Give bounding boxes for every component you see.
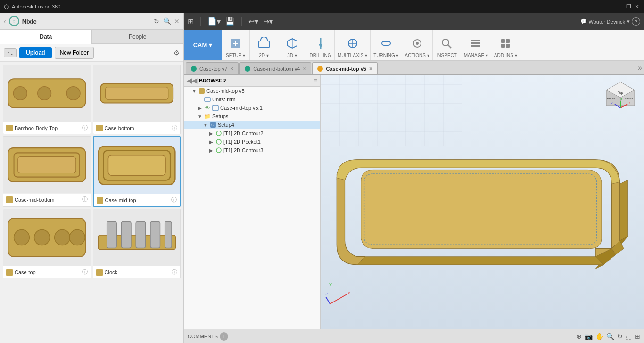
turning-button[interactable] [378,36,395,51]
tab-close-case-top-v7[interactable]: × [230,65,233,72]
new-folder-button[interactable]: New Folder [55,47,94,59]
browser-menu-icon[interactable]: ≡ [314,77,317,84]
actions-button[interactable] [409,36,426,51]
info-button[interactable]: ⓘ [82,196,88,204]
tree-item-component[interactable]: ▶ 👁 Case-mid-top v5:1 [184,104,320,112]
lp-actions: ↻ 🔍 [154,17,171,25]
sort-button[interactable]: ↑ ↓ [4,48,17,57]
left-panel-header: ‹ ○ Nixie ↻ 🔍 ✕ [0,13,183,30]
lp-tabs: Data People [0,30,183,44]
tab-case-mid-top-v5[interactable]: Case-mid-top v5 × [312,62,378,74]
svg-marker-28 [319,44,322,49]
svg-rect-24 [259,41,269,48]
info-button[interactable]: ⓘ [172,268,177,276]
svg-rect-36 [471,42,480,44]
workspace: ◀◀ BROWSER ≡ ▼ Case-mid-top v5 [184,75,644,329]
navigate-icon[interactable]: ⊕ [576,333,582,340]
tree-item-units[interactable]: Units: mm [184,95,320,104]
title-bar-controls: — ❐ ✕ [617,3,640,10]
status-bar: COMMENTS + ⊕ 📷 ✋ 🔍 ↻ ⬚ ⊞ [184,329,644,343]
cam-dropdown[interactable]: CAM ▾ [184,30,222,60]
tab-data[interactable]: Data [0,30,92,44]
addins-button[interactable] [497,36,514,51]
file-card-bamboo-body-top[interactable]: Bamboo-Body-Top ⓘ [3,65,91,134]
file-thumb-clock [93,209,181,266]
file-menu-icon[interactable]: 📄▾ [207,17,221,26]
back-arrow[interactable]: ‹ [4,17,6,25]
chat-icon[interactable]: 💬 [580,18,587,24]
turning-icons [378,36,395,51]
file-card-case-mid-bottom[interactable]: Case-mid-bottom ⓘ [3,136,91,207]
close-panel-button[interactable]: ✕ [174,17,180,25]
tree-arrow-2d-pocket1: ▶ [208,139,214,145]
browser-collapse-icon[interactable]: ◀◀ [187,77,197,84]
tree-item-2d-contour3[interactable]: ▶ [T1] 2D Contour3 [184,146,320,155]
2d-button[interactable] [256,36,272,51]
inspect-button[interactable] [438,36,455,51]
grid-menu-icon[interactable]: ⊞ [188,17,194,26]
tab-case-top-v7[interactable]: Case-top v7 × [186,62,239,74]
setup-button[interactable] [227,36,244,51]
file-name-bamboo-body-top: Bamboo-Body-Top [15,125,80,131]
help-button[interactable]: ? [632,17,640,26]
add-comment-button[interactable]: + [220,332,228,341]
svg-text:Y: Y [620,97,623,100]
camera-icon[interactable]: 📷 [585,333,593,340]
tree-label-setup4: Setup4 [218,122,234,128]
3d-viewport[interactable]: Top RIGHT FRONT X Y Z [321,75,644,329]
file-card-clock[interactable]: Clock ⓘ [93,209,181,278]
maximize-button[interactable]: ❐ [625,3,632,10]
multiaxis-label: MULTI-AXIS ▾ [338,53,367,58]
tree-icon-root [198,88,205,94]
nav-cube[interactable]: Top RIGHT FRONT X Y Z [602,80,639,117]
info-button[interactable]: ⓘ [82,124,88,132]
svg-rect-11 [108,155,165,176]
inspect-icon [440,37,453,50]
manage-icons [467,36,484,51]
file-card-case-bottom[interactable]: Case-bottom ⓘ [93,65,181,134]
file-card-case-mid-top[interactable]: Case-mid-top ⓘ [93,136,181,207]
file-name-clock: Clock [105,270,170,275]
3d-label: 3D ▾ [287,53,297,58]
tree-item-setups[interactable]: ▼ 📁 Setups [184,112,320,121]
manage-button[interactable] [467,36,484,51]
tab-close-case-mid-top-v5[interactable]: × [369,65,372,72]
file-card-case-top[interactable]: Case-top ⓘ [3,209,91,278]
multiaxis-button[interactable] [344,36,361,51]
upload-button[interactable]: Upload [19,47,52,58]
save-icon[interactable]: 💾 [225,17,235,26]
tab-people[interactable]: People [92,30,184,44]
cam-label: CAM [193,41,207,49]
redo-icon[interactable]: ↪▾ [263,17,273,26]
tree-item-root[interactable]: ▼ Case-mid-top v5 [184,87,320,95]
tab-icon-case-mid-bottom-v4 [245,66,250,72]
zoom-icon[interactable]: 🔍 [606,333,614,340]
user-dropdown-icon[interactable]: ▾ [627,18,630,24]
info-button[interactable]: ⓘ [82,268,88,276]
refresh-button[interactable]: ↻ [154,17,159,25]
tab-case-mid-bottom-v4[interactable]: Case-mid-bottom v4 × [239,62,311,74]
minimize-button[interactable]: — [617,3,623,10]
info-button[interactable]: ⓘ [171,196,177,204]
more-tabs-button[interactable]: » [638,64,642,72]
actions-icon [411,37,424,50]
3d-button[interactable] [284,36,301,51]
drilling-button[interactable] [312,36,329,51]
toolbar-separator-1 [200,17,201,26]
undo-icon[interactable]: ↩▾ [248,17,258,26]
tab-close-case-mid-bottom-v4[interactable]: × [303,65,306,72]
orbit-icon[interactable]: ↻ [617,333,623,340]
svg-text:Top: Top [618,91,623,95]
info-button[interactable]: ⓘ [172,124,177,132]
display-icon[interactable]: ⬚ [626,333,632,340]
settings-button[interactable]: ⚙ [173,49,180,57]
user-info: 💬 Wouter Devinck ▾ ? [580,17,640,26]
tree-item-setup4[interactable]: ▼ S Setup4 [184,121,320,129]
tree-item-2d-pocket1[interactable]: ▶ [T1] 2D Pocket1 [184,138,320,146]
search-button[interactable]: 🔍 [163,17,171,25]
pan-icon[interactable]: ✋ [595,333,603,340]
svg-rect-41 [506,44,510,48]
close-button[interactable]: ✕ [634,3,640,10]
tree-item-2d-contour2[interactable]: ▶ [T1] 2D Contour2 [184,129,320,138]
grid-icon[interactable]: ⊞ [635,333,640,340]
